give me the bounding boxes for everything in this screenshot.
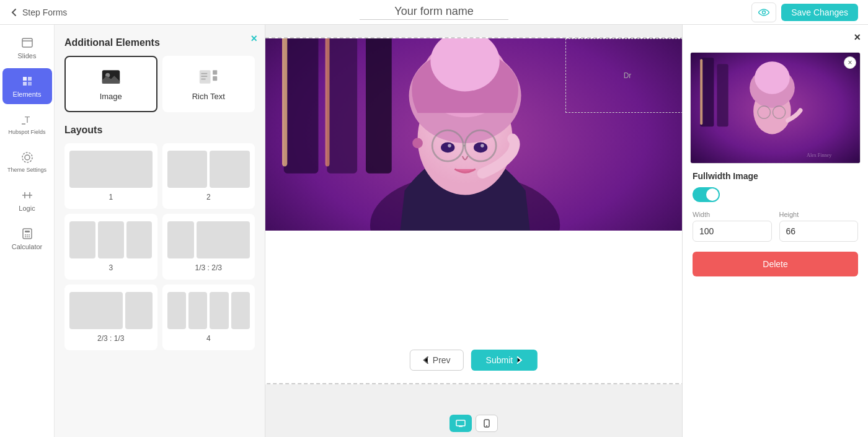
calculator-icon bbox=[20, 227, 34, 241]
svg-rect-29 bbox=[282, 38, 287, 167]
layout-1-3-2-3-label: 1/3 : 2/3 bbox=[195, 263, 222, 272]
toggle-row bbox=[693, 187, 858, 202]
preview-button[interactable] bbox=[751, 2, 776, 22]
prev-button[interactable]: Prev bbox=[410, 350, 464, 371]
submit-button[interactable]: Submit bbox=[471, 350, 538, 371]
logic-icon bbox=[20, 188, 34, 202]
layout-card-1[interactable]: 1 bbox=[64, 143, 157, 209]
dimensions-row: Width Height bbox=[693, 211, 858, 242]
element-card-image[interactable]: Image bbox=[64, 56, 157, 112]
svg-rect-53 bbox=[700, 59, 702, 125]
sidebar-item-theme[interactable]: Theme Settings bbox=[2, 144, 52, 180]
svg-point-41 bbox=[448, 144, 451, 148]
mobile-icon bbox=[484, 419, 490, 428]
next-icon bbox=[516, 356, 523, 364]
image-preview-box: Alex Finney × bbox=[690, 52, 861, 164]
height-group: Height bbox=[779, 211, 859, 242]
svg-rect-30 bbox=[326, 38, 330, 167]
back-label: Step Forms bbox=[22, 7, 67, 17]
svg-point-14 bbox=[25, 236, 26, 237]
prev-label: Prev bbox=[433, 355, 451, 365]
save-button[interactable]: Save Changes bbox=[781, 4, 858, 21]
image-element-icon bbox=[101, 67, 121, 87]
width-input[interactable] bbox=[693, 221, 772, 242]
topbar-center bbox=[360, 5, 508, 20]
image-preview-close[interactable]: × bbox=[844, 56, 856, 69]
right-panel: × bbox=[682, 25, 868, 437]
svg-point-0 bbox=[763, 11, 766, 14]
svg-point-15 bbox=[27, 236, 28, 237]
preview-svg: Alex Finney bbox=[691, 53, 860, 163]
svg-text:Alex Finney: Alex Finney bbox=[807, 152, 831, 158]
svg-point-13 bbox=[29, 234, 30, 236]
elements-label: Elements bbox=[13, 90, 42, 98]
svg-point-11 bbox=[25, 234, 26, 236]
hubspot-label: Hubspot Fields bbox=[8, 129, 45, 136]
panel-close-button[interactable]: × bbox=[250, 32, 257, 45]
eye-icon bbox=[758, 9, 769, 16]
layouts-title: Layouts bbox=[64, 125, 255, 136]
fullwidth-image-label: Fullwidth Image bbox=[693, 171, 858, 181]
desktop-icon bbox=[456, 420, 466, 427]
layout-card-4[interactable]: 4 bbox=[162, 285, 255, 350]
layout-3-label: 3 bbox=[108, 263, 113, 272]
back-button[interactable]: Step Forms bbox=[10, 7, 67, 17]
fullwidth-toggle[interactable] bbox=[693, 187, 720, 202]
theme-label: Theme Settings bbox=[7, 167, 46, 174]
height-label: Height bbox=[779, 211, 859, 218]
layout-1-label: 1 bbox=[108, 193, 113, 201]
form-name-input[interactable] bbox=[360, 5, 508, 20]
slides-icon bbox=[20, 36, 34, 50]
sidebar-item-hubspot[interactable]: T Hubspot Fields bbox=[2, 107, 52, 142]
form-canvas: Alex Finney Dr Prev Submit bbox=[265, 37, 682, 384]
sidebar-item-slides[interactable]: Slides bbox=[2, 30, 52, 66]
sidebar-item-logic[interactable]: Logic bbox=[2, 182, 52, 218]
layout-card-2-3-1-3[interactable]: 2/3 : 1/3 bbox=[64, 285, 157, 350]
rich-text-icon bbox=[198, 67, 218, 87]
element-rich-text-label: Rich Text bbox=[192, 92, 225, 101]
svg-point-39 bbox=[441, 143, 454, 153]
svg-point-56 bbox=[755, 61, 790, 94]
svg-rect-52 bbox=[717, 64, 728, 126]
elements-grid: Image Rich Text bbox=[64, 56, 255, 112]
delete-button[interactable]: Delete bbox=[693, 252, 858, 276]
additional-elements-title: Additional Elements bbox=[64, 37, 255, 48]
toggle-thumb bbox=[706, 188, 719, 201]
element-image-label: Image bbox=[100, 92, 122, 101]
sidebar-item-elements[interactable]: Elements bbox=[2, 68, 52, 104]
svg-text:T: T bbox=[24, 115, 30, 125]
right-panel-close-button[interactable]: × bbox=[854, 31, 861, 44]
desktop-view-button[interactable] bbox=[450, 415, 472, 432]
elements-panel: × Additional Elements Image bbox=[55, 25, 265, 437]
submit-label: Submit bbox=[486, 355, 513, 365]
svg-point-42 bbox=[480, 144, 484, 148]
slides-label: Slides bbox=[18, 52, 37, 60]
layout-card-1-3-2-3[interactable]: 1/3 : 2/3 bbox=[162, 214, 255, 280]
width-group: Width bbox=[693, 211, 772, 242]
svg-point-40 bbox=[474, 143, 487, 153]
canvas-placeholder-text: Dr bbox=[624, 71, 632, 80]
width-label: Width bbox=[693, 211, 772, 218]
svg-rect-20 bbox=[213, 70, 217, 74]
calculator-label: Calculator bbox=[12, 243, 43, 250]
mobile-view-button[interactable] bbox=[476, 415, 498, 432]
sidebar-item-calculator[interactable]: Calculator bbox=[2, 221, 52, 257]
height-input[interactable] bbox=[779, 221, 859, 242]
layout-card-3[interactable]: 3 bbox=[64, 214, 157, 280]
topbar: Step Forms Save Changes bbox=[0, 0, 868, 25]
logic-label: Logic bbox=[19, 205, 35, 212]
layout-card-2[interactable]: 2 bbox=[162, 143, 255, 209]
svg-point-12 bbox=[27, 234, 28, 236]
svg-rect-21 bbox=[213, 76, 217, 81]
svg-rect-45 bbox=[456, 420, 465, 426]
svg-rect-27 bbox=[327, 38, 357, 174]
prev-icon bbox=[423, 356, 429, 364]
canvas-placeholder-area: Dr bbox=[565, 38, 682, 113]
element-card-rich-text[interactable]: Rich Text bbox=[162, 56, 255, 112]
sidebar-icons: Slides Elements T Hubspot Fields Theme bbox=[0, 25, 55, 437]
chevron-left-icon bbox=[10, 8, 19, 17]
layout-2-3-1-3-label: 2/3 : 1/3 bbox=[97, 334, 124, 343]
svg-rect-26 bbox=[284, 38, 319, 174]
hubspot-icon: T bbox=[20, 113, 34, 126]
svg-point-4 bbox=[25, 155, 30, 160]
